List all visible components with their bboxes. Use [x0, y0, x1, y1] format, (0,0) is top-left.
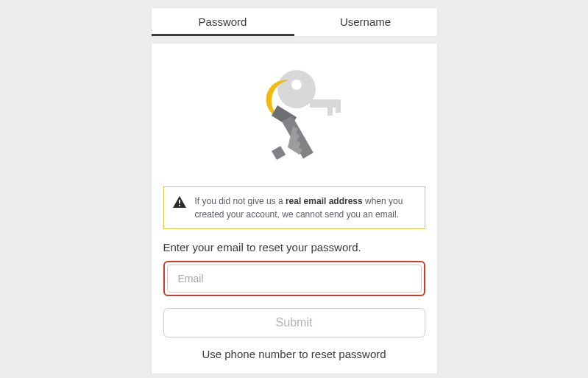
svg-rect-3 — [327, 105, 333, 116]
key-illustration — [163, 54, 425, 186]
tab-password[interactable]: Password — [152, 8, 294, 36]
svg-rect-7 — [179, 200, 180, 204]
email-input[interactable] — [167, 265, 422, 293]
card: If you did not give us a real email addr… — [151, 43, 438, 374]
alert-text: If you did not give us a real email addr… — [195, 195, 416, 221]
svg-rect-6 — [272, 146, 286, 160]
tabs: Password Username — [151, 7, 438, 37]
reset-password-container: Password Username — [151, 7, 438, 374]
use-phone-link[interactable]: Use phone number to reset password — [163, 348, 425, 360]
svg-rect-8 — [179, 205, 180, 206]
alert-prefix: If you did not give us a — [195, 196, 286, 206]
alert-strong: real email address — [286, 196, 363, 206]
key-icon — [239, 63, 350, 173]
svg-point-1 — [291, 80, 302, 90]
email-highlight — [163, 261, 425, 296]
alert-box: If you did not give us a real email addr… — [163, 186, 425, 229]
warning-icon — [173, 196, 186, 211]
tab-username[interactable]: Username — [294, 8, 437, 36]
svg-rect-4 — [336, 105, 341, 113]
submit-button[interactable]: Submit — [163, 308, 425, 337]
prompt-text: Enter your email to reset your password. — [163, 241, 425, 253]
